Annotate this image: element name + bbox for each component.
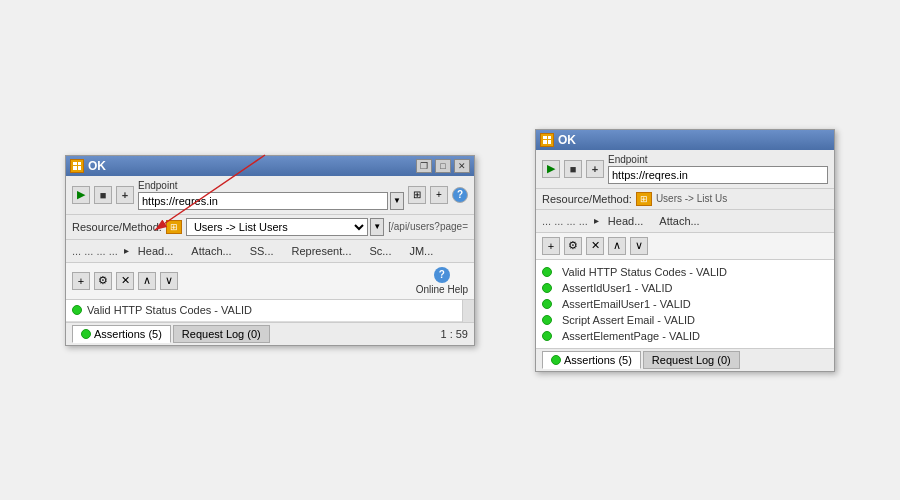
right-gear-button[interactable]: ⚙ [564,237,582,255]
status-footer: Assertions (5) Request Log (0) 1 : 59 [66,322,474,345]
right-resource-label: Resource/Method: [542,193,632,205]
right-assertions-tab-label: Assertions (5) [564,354,632,366]
right-assertion-1: Valid HTTP Status Codes - VALID [542,264,828,280]
online-help: ? Online Help [416,267,468,295]
tab-headers[interactable]: Head... [131,242,180,260]
window-title: OK [88,159,106,173]
restore-button[interactable]: ❐ [416,159,432,173]
right-assertion-text-2: AssertIdUser1 - VALID [562,282,672,294]
right-assertions-tab[interactable]: Assertions (5) [542,351,641,369]
right-toolbar2-row: + ⚙ ✕ ∧ ∨ [536,233,834,260]
tab-attachments[interactable]: Attach... [184,242,238,260]
assertions-tab-dot [81,329,91,339]
right-status-dot-3 [542,299,552,309]
right-request-log-tab[interactable]: Request Log (0) [643,351,740,369]
stop-button[interactable]: ■ [94,186,112,204]
right-down-button[interactable]: ∨ [630,237,648,255]
add-button[interactable]: + [116,186,134,204]
delete-button[interactable]: ✕ [116,272,134,290]
scrollbar[interactable] [462,300,474,322]
right-endpoint-label: Endpoint [608,154,828,165]
right-status-footer: Assertions (5) Request Log (0) [536,348,834,371]
toolbar-icon-2[interactable]: + [430,186,448,204]
endpoint-input[interactable] [138,192,388,210]
right-status-dot-5 [542,331,552,341]
right-title-icon [540,133,554,147]
status-dot [72,305,82,315]
assertion-text: Valid HTTP Status Codes - VALID [87,304,252,316]
right-nav-arrow[interactable]: ▸ [594,215,599,226]
right-endpoint-section: Endpoint [608,154,828,184]
right-add-button[interactable]: + [586,160,604,178]
right-footer-tabs: Assertions (5) Request Log (0) [542,351,740,369]
left-panel: OK ❐ □ ✕ ▶ ■ + Endpoint ▼ ⊞ + ? [65,155,475,346]
right-assertion-4: Script Assert Email - VALID [542,312,828,328]
right-assertion-text-3: AssertEmailUser1 - VALID [562,298,691,310]
dots-nav: ... ... ... ... [72,245,118,257]
right-tab-attachments[interactable]: Attach... [652,212,706,230]
assertions-tab-label: Assertions (5) [94,328,162,340]
title-bar: OK ❐ □ ✕ [66,156,474,176]
maximize-button[interactable]: □ [435,159,451,173]
add-assertion-button[interactable]: + [72,272,90,290]
right-add-assertion-button[interactable]: + [542,237,560,255]
right-resource-row: Resource/Method: ⊞ Users -> List Us [536,189,834,210]
position-indicator: 1 : 59 [440,328,468,340]
right-stop-button[interactable]: ■ [564,160,582,178]
endpoint-label: Endpoint [138,180,404,191]
resource-method-row: Resource/Method: ⊞ Users -> List Users ▼… [66,215,474,240]
tabs-row: ... ... ... ... ▸ Head... Attach... SS..… [66,240,474,263]
resource-badge: ⊞ [166,220,182,234]
endpoint-dropdown-arrow[interactable]: ▼ [390,192,404,210]
toolbar2-left: + ⚙ ✕ ∧ ∨ [72,272,178,290]
assertion-item-1: Valid HTTP Status Codes - VALID [66,300,462,322]
tab-jm[interactable]: JM... [402,242,440,260]
right-title-bar: OK [536,130,834,150]
title-icon [70,159,84,173]
title-bar-left: OK [70,159,106,173]
right-status-dot-4 [542,315,552,325]
right-assertion-5: AssertElementPage - VALID [542,328,828,344]
right-up-button[interactable]: ∧ [608,237,626,255]
online-help-label: Online Help [416,284,468,295]
tab-sc[interactable]: Sc... [362,242,398,260]
right-status-dot-1 [542,267,552,277]
play-button[interactable]: ▶ [72,186,90,204]
right-endpoint-input-row [608,166,828,184]
resource-label: Resource/Method: [72,221,162,233]
footer-tabs: Assertions (5) Request Log (0) [72,325,270,343]
right-endpoint-input[interactable] [608,166,828,184]
nav-arrow[interactable]: ▸ [124,245,129,256]
down-button[interactable]: ∨ [160,272,178,290]
right-assertion-3: AssertEmailUser1 - VALID [542,296,828,312]
resource-path: [/api/users?page= [388,221,468,232]
right-title-bar-left: OK [540,133,576,147]
right-assertions-tab-dot [551,355,561,365]
right-delete-button[interactable]: ✕ [586,237,604,255]
close-button[interactable]: ✕ [454,159,470,173]
right-status-dot-2 [542,283,552,293]
right-tab-headers[interactable]: Head... [601,212,650,230]
toolbar-icon-1[interactable]: ⊞ [408,186,426,204]
right-dots-nav: ... ... ... ... [542,215,588,227]
right-assertion-2: AssertIdUser1 - VALID [542,280,828,296]
request-log-tab[interactable]: Request Log (0) [173,325,270,343]
tab-ss[interactable]: SS... [243,242,281,260]
resource-select-row: Users -> List Users ▼ [186,218,384,236]
right-panel: OK ▶ ■ + Endpoint Resource/Method: ⊞ Use… [535,129,835,372]
help-icon[interactable]: ? [434,267,450,283]
gear-button[interactable]: ⚙ [94,272,112,290]
tab-represent[interactable]: Represent... [285,242,359,260]
help-button[interactable]: ? [452,187,468,203]
resource-method-dropdown[interactable]: Users -> List Users [186,218,368,236]
resource-dropdown-arrow[interactable]: ▼ [370,218,384,236]
assertions-tab[interactable]: Assertions (5) [72,325,171,343]
right-resource-method: Users -> List Us [656,193,727,204]
toolbar2-row: + ⚙ ✕ ∧ ∨ ? Online Help [66,263,474,300]
right-play-button[interactable]: ▶ [542,160,560,178]
right-toolbar-row: ▶ ■ + Endpoint [536,150,834,189]
right-toolbar2-left: + ⚙ ✕ ∧ ∨ [542,237,648,255]
endpoint-section: Endpoint ▼ [138,180,404,210]
up-button[interactable]: ∧ [138,272,156,290]
assertions-content: Valid HTTP Status Codes - VALID [66,300,462,322]
